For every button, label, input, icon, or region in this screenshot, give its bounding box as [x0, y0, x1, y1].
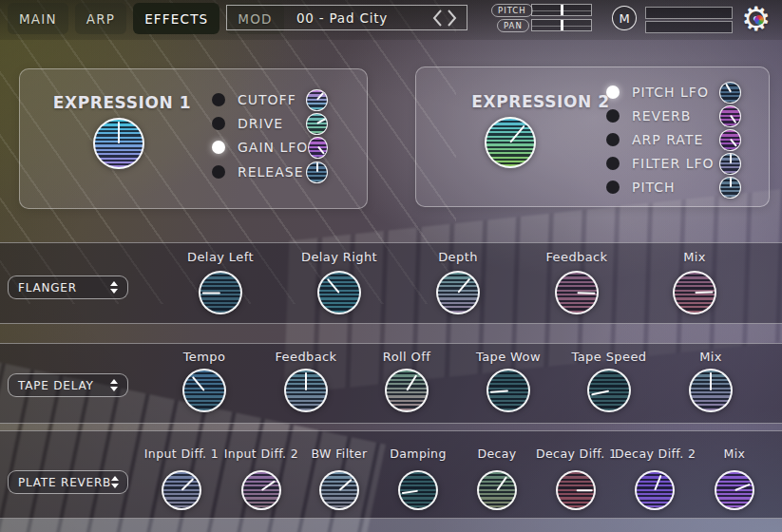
decay-diff-1-label: Decay Diff. 1 — [536, 446, 616, 461]
filter-lfo-radio[interactable] — [606, 157, 620, 170]
pitch-radio[interactable] — [606, 180, 620, 194]
gain-lfo-amount-knob[interactable] — [308, 137, 328, 159]
effect-3-selector[interactable]: PLATE REVERB — [8, 470, 128, 494]
plugin-window: MAIN ARP EFFECTS MOD 00 - Pad City PITCH… — [0, 0, 782, 532]
input-diff-2-knob[interactable] — [241, 470, 281, 510]
preset-selector[interactable]: 00 - Pad City — [226, 5, 467, 30]
knob-pointer — [305, 372, 307, 390]
reverb-label: REVERB — [632, 108, 691, 124]
drive-amount-knob[interactable] — [306, 113, 328, 135]
effect-slot-1: FLANGER Delay Left Delay Right Depth Fee… — [0, 242, 782, 324]
gain-lfo-radio[interactable] — [212, 141, 225, 154]
reverb-mix-label: Mix — [695, 446, 774, 461]
expression-2-knob[interactable] — [485, 117, 536, 168]
knob-cell-tape-speed: Tape Speed — [552, 344, 666, 423]
effect-1-selector[interactable]: FLANGER — [8, 276, 128, 299]
knob-pointer — [327, 277, 340, 293]
knob-cell-flanger-feedback: Feedback — [520, 243, 634, 323]
knob-pointer — [577, 292, 595, 294]
preset-name: 00 - Pad City — [227, 10, 430, 26]
expression-1-knob[interactable] — [93, 118, 144, 169]
drive-radio[interactable] — [212, 117, 225, 130]
input-diff-1-label: Input Diff. 1 — [142, 446, 221, 461]
input-diff-1-knob[interactable] — [162, 470, 201, 510]
effect-2-selector[interactable]: TAPE DELAY — [8, 373, 128, 397]
target-row-cutoff: CUTOFF — [212, 88, 328, 111]
pitch-lfo-amount-knob[interactable] — [719, 82, 741, 104]
tape-wow-knob[interactable] — [486, 369, 530, 412]
expression-2-panel: EXPRESSION 2 PITCH LFO REVERB ARP RATE F… — [415, 66, 770, 207]
pitch-target-label: PITCH — [632, 180, 676, 195]
arp-rate-amount-knob[interactable] — [719, 129, 741, 151]
reverb-mix-knob[interactable] — [715, 470, 754, 510]
knob-pointer — [496, 476, 507, 491]
knob-pointer — [406, 374, 417, 391]
target-row-drive: DRIVE — [212, 112, 328, 135]
knob-pointer — [490, 390, 508, 393]
cutoff-amount-knob[interactable] — [306, 89, 328, 111]
pan-slider-handle[interactable] — [561, 20, 563, 30]
effect-1-selector-value: FLANGER — [18, 281, 77, 294]
tape-speed-knob[interactable] — [587, 369, 631, 412]
knob-cell-delay-left: Delay Left — [163, 243, 277, 323]
pitch-amount-knob[interactable] — [719, 177, 741, 199]
decay-diff-1-knob[interactable] — [556, 470, 596, 510]
knob-pointer — [654, 474, 662, 490]
knob-cell-roll-off: Roll Off — [350, 344, 464, 423]
decay-diff-2-knob[interactable] — [635, 470, 675, 510]
reverb-radio[interactable] — [606, 109, 620, 123]
delay-left-knob[interactable] — [199, 271, 242, 314]
pitch-slider[interactable] — [531, 4, 592, 16]
roll-off-knob[interactable] — [385, 369, 429, 412]
tape-feedback-knob[interactable] — [284, 369, 328, 412]
pan-label: PAN — [497, 19, 529, 32]
tape-mix-knob[interactable] — [689, 369, 733, 412]
tape-mix-label: Mix — [654, 350, 768, 364]
reverb-amount-knob[interactable] — [719, 105, 741, 127]
knob-pointer — [509, 125, 525, 143]
filter-lfo-amount-knob[interactable] — [719, 153, 741, 175]
preset-next-icon[interactable] — [446, 9, 459, 28]
knob-pointer — [457, 277, 470, 293]
pitch-lfo-radio[interactable] — [606, 86, 620, 99]
tab-effects[interactable]: EFFECTS — [133, 3, 219, 34]
cutoff-radio[interactable] — [212, 93, 225, 106]
knob-cell-tempo: Tempo — [147, 344, 261, 423]
damping-knob[interactable] — [398, 470, 438, 510]
delay-left-label: Delay Left — [163, 250, 277, 264]
release-radio[interactable] — [212, 165, 225, 179]
pitch-slider-handle[interactable] — [561, 5, 563, 15]
knob-pointer — [402, 489, 419, 494]
target-row-gain-lfo: GAIN LFO — [212, 136, 328, 159]
depth-knob[interactable] — [436, 271, 480, 314]
bw-filter-label: BW Filter — [299, 446, 379, 461]
knob-pointer — [725, 84, 732, 92]
flanger-feedback-knob[interactable] — [555, 271, 599, 314]
preset-prev-icon[interactable] — [430, 9, 444, 28]
bw-filter-knob[interactable] — [319, 470, 359, 510]
tab-main[interactable]: MAIN — [8, 3, 68, 34]
flanger-mix-knob[interactable] — [673, 271, 716, 314]
expression-2-title: EXPRESSION 2 — [460, 92, 621, 111]
target-row-filter-lfo: FILTER LFO — [606, 152, 741, 175]
arp-rate-label: ARP RATE — [632, 132, 703, 147]
input-diff-2-label: Input Diff. 2 — [221, 446, 301, 461]
arp-rate-radio[interactable] — [606, 133, 620, 146]
tempo-knob[interactable] — [182, 369, 226, 412]
expression-1-panel: EXPRESSION 1 CUTOFF DRIVE GAIN LFO RELEA… — [19, 68, 368, 209]
target-row-reverb: REVERB — [606, 104, 741, 127]
settings-button[interactable]: ⚙ — [741, 0, 777, 38]
knob-cell-decay-diff-2: Decay Diff. 2 — [615, 431, 695, 518]
flanger-feedback-label: Feedback — [520, 250, 634, 264]
release-amount-knob[interactable] — [306, 162, 328, 183]
target-row-arp-rate: ARP RATE — [606, 128, 741, 151]
effect-3-selector-value: PLATE REVERB — [18, 476, 111, 489]
damping-label: Damping — [378, 446, 458, 461]
delay-right-knob[interactable] — [317, 271, 361, 314]
pitch-lfo-label: PITCH LFO — [632, 85, 709, 100]
mono-button[interactable]: M — [612, 6, 637, 30]
tab-arp[interactable]: ARP — [75, 3, 126, 34]
knob-cell-tape-mix: Mix — [654, 344, 768, 423]
pan-slider[interactable] — [531, 19, 592, 31]
decay-knob[interactable] — [477, 470, 517, 510]
